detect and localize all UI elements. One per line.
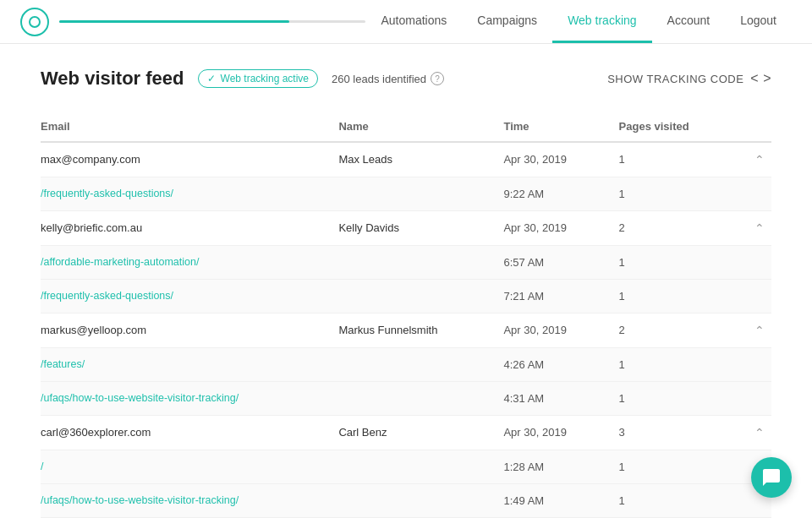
cell-empty-name [328,450,493,484]
table-row: /frequently-asked-questions/ 9:22 AM 1 [41,177,771,211]
cell-time: Apr 30, 2019 [493,142,608,177]
tracking-badge[interactable]: ✓ Web tracking active [198,69,319,88]
cell-empty-expand [734,246,771,280]
table-header-row: Email Name Time Pages visited [41,113,771,142]
cell-email: carl@360explorer.com [41,416,328,450]
cell-pages: 3 [609,416,734,450]
cell-pages: 1 [609,382,734,416]
table-row: /features/ 4:26 AM 1 [41,348,771,382]
cell-pages: 1 [609,246,734,280]
nav-web-tracking[interactable]: Web tracking [552,0,651,43]
cell-time: 4:26 AM [493,348,608,382]
cell-time: 6:57 AM [493,246,608,280]
table-row: max@company.com Max Leads Apr 30, 2019 1… [41,142,771,177]
cell-empty-expand [734,177,771,211]
nav-logout[interactable]: Logout [725,0,792,43]
cell-pages: 1 [609,142,734,177]
cell-time: 9:22 AM [493,177,608,211]
col-pages: Pages visited [609,113,734,142]
nav-account[interactable]: Account [652,0,726,43]
cell-pages: 1 [609,348,734,382]
cell-pages: 1 [609,177,734,211]
header: Automations Campaigns Web tracking Accou… [0,0,812,44]
cell-time: Apr 30, 2019 [493,211,608,246]
cell-empty-expand [734,280,771,314]
cell-time: Apr 30, 2019 [493,314,608,348]
cell-path: /ufaqs/how-to-use-website-visitor-tracki… [41,382,328,416]
cell-path: /ufaqs/how-to-use-website-visitor-tracki… [41,484,328,518]
cell-name: Max Leads [328,142,493,177]
show-tracking-label: SHOW TRACKING CODE [607,73,743,85]
col-expand [734,113,771,142]
cell-empty-name [328,177,493,211]
cell-pages: 2 [609,211,734,246]
cell-expand[interactable]: ⌃ [734,314,771,348]
table-row: /ufaqs/how-to-use-website-visitor-tracki… [41,484,771,518]
cell-email: markus@yelloop.com [41,314,328,348]
cell-expand[interactable]: ⌃ [734,142,771,177]
cell-pages: 1 [609,484,734,518]
show-tracking-code-button[interactable]: SHOW TRACKING CODE < > [607,71,771,86]
cell-pages: 1 [609,280,734,314]
main-content: Web visitor feed ✓ Web tracking active 2… [0,44,812,518]
page-title: Web visitor feed [41,68,184,90]
cell-empty-name [328,280,493,314]
cell-pages: 1 [609,450,734,484]
logo-icon [20,8,49,36]
logo-inner [29,16,41,28]
cell-empty-name [328,382,493,416]
cell-time: 7:21 AM [493,280,608,314]
cell-empty-name [328,348,493,382]
check-icon: ✓ [207,73,216,85]
table-row: /frequently-asked-questions/ 7:21 AM 1 [41,280,771,314]
chevron-up-icon[interactable]: ⌃ [754,426,765,439]
table-row: /ufaqs/how-to-use-website-visitor-tracki… [41,382,771,416]
tracking-badge-label: Web tracking active [221,73,310,85]
visitor-feed-table: Email Name Time Pages visited max@compan… [41,113,771,518]
info-icon[interactable]: ? [431,72,444,85]
progress-bar-fill [59,20,289,23]
cell-empty-name [328,246,493,280]
leads-info: 260 leads identified ? [332,72,444,85]
progress-bar [59,20,365,23]
leads-count: 260 leads identified [332,73,426,85]
table-row: /affordable-marketing-automation/ 6:57 A… [41,246,771,280]
col-email: Email [41,113,328,142]
cell-time: 4:31 AM [493,382,608,416]
cell-email: max@company.com [41,142,328,177]
cell-empty-expand [734,382,771,416]
chevron-up-icon[interactable]: ⌃ [754,153,765,166]
cell-path: /frequently-asked-questions/ [41,280,328,314]
cell-path: /affordable-marketing-automation/ [41,246,328,280]
cell-time: 1:49 AM [493,484,608,518]
code-brackets-icon: < > [750,71,771,86]
chevron-up-icon[interactable]: ⌃ [754,324,765,337]
cell-name: Carl Benz [328,416,493,450]
cell-name: Markus Funnelsmith [328,314,493,348]
table-row: markus@yelloop.com Markus Funnelsmith Ap… [41,314,771,348]
logo-area [20,8,365,36]
cell-path: / [41,450,328,484]
nav-campaigns[interactable]: Campaigns [462,0,552,43]
chat-icon [761,467,782,488]
cell-time: Apr 30, 2019 [493,416,608,450]
cell-empty-expand [734,348,771,382]
cell-email: kelly@briefic.com.au [41,211,328,246]
cell-name: Kelly Davids [328,211,493,246]
cell-path: /features/ [41,348,328,382]
cell-pages: 2 [609,314,734,348]
table-row: kelly@briefic.com.au Kelly Davids Apr 30… [41,211,771,246]
chevron-up-icon[interactable]: ⌃ [754,221,765,235]
table-row: / 1:28 AM 1 [41,450,771,484]
col-time: Time [493,113,608,142]
cell-time: 1:28 AM [493,450,608,484]
cell-empty-name [328,484,493,518]
col-name: Name [328,113,493,142]
cell-expand[interactable]: ⌃ [734,416,771,450]
main-nav: Automations Campaigns Web tracking Accou… [365,0,792,43]
table-row: carl@360explorer.com Carl Benz Apr 30, 2… [41,416,771,450]
nav-automations[interactable]: Automations [365,0,462,43]
cell-path: /frequently-asked-questions/ [41,177,328,211]
cell-expand[interactable]: ⌃ [734,211,771,246]
chat-bubble-button[interactable] [751,457,792,498]
